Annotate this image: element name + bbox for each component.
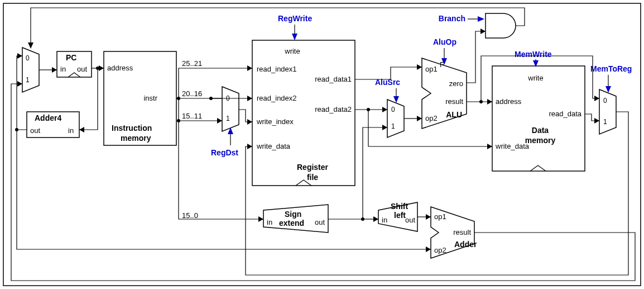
regdst-label: RegDst xyxy=(211,148,238,157)
svg-point-110 xyxy=(479,100,483,103)
svg-text:read_data1: read_data1 xyxy=(315,75,352,83)
svg-text:MemToReg: MemToReg xyxy=(590,64,632,73)
svg-text:op2: op2 xyxy=(434,246,446,254)
svg-point-86 xyxy=(96,67,99,70)
svg-text:read_data: read_data xyxy=(549,110,581,118)
svg-text:in: in xyxy=(267,218,272,226)
svg-text:Register: Register xyxy=(297,163,329,172)
data-memory: write address read_data write_data Data … xyxy=(492,66,585,171)
pc-register: PC in out xyxy=(57,51,92,77)
svg-text:in: in xyxy=(60,65,66,73)
svg-text:op2: op2 xyxy=(425,114,438,122)
bits-imm: 15..0 xyxy=(182,211,198,220)
svg-text:memory: memory xyxy=(525,136,556,145)
svg-text:write: write xyxy=(527,74,543,82)
svg-text:MemWrite: MemWrite xyxy=(515,50,552,59)
svg-text:read_index2: read_index2 xyxy=(257,94,297,102)
svg-text:read_data2: read_data2 xyxy=(315,105,352,113)
adder4-block: Adder4 out in xyxy=(27,112,79,138)
bits-rd: 15..11 xyxy=(182,112,202,120)
svg-point-101 xyxy=(367,108,370,111)
svg-text:ALU: ALU xyxy=(446,110,462,119)
svg-text:Data: Data xyxy=(532,126,549,135)
svg-text:PC: PC xyxy=(66,53,76,62)
bits-rs: 25..21 xyxy=(182,59,202,68)
svg-point-105 xyxy=(361,217,364,221)
bits-rt: 20..16 xyxy=(182,89,202,98)
svg-text:in: in xyxy=(382,216,387,224)
svg-marker-34 xyxy=(387,100,404,138)
svg-text:Shift: Shift xyxy=(391,202,408,211)
svg-text:RegWrite: RegWrite xyxy=(278,14,312,23)
svg-text:zero: zero xyxy=(449,79,463,88)
svg-text:left: left xyxy=(394,211,406,220)
svg-text:address: address xyxy=(496,97,522,106)
svg-text:Branch: Branch xyxy=(439,14,465,23)
svg-text:0: 0 xyxy=(26,54,30,62)
svg-point-93 xyxy=(209,97,213,100)
svg-text:out: out xyxy=(315,218,325,226)
svg-marker-0 xyxy=(22,48,39,92)
svg-text:in: in xyxy=(68,126,74,135)
svg-text:write_data: write_data xyxy=(495,142,530,150)
svg-point-96 xyxy=(177,119,180,122)
svg-text:Instruction: Instruction xyxy=(112,124,152,132)
svg-text:address: address xyxy=(107,64,133,72)
svg-text:0: 0 xyxy=(603,97,607,105)
svg-text:result: result xyxy=(445,97,463,106)
svg-text:write: write xyxy=(284,47,300,55)
svg-text:1: 1 xyxy=(226,115,230,122)
instruction-memory: address instr Instruction memory xyxy=(104,51,176,145)
svg-point-89 xyxy=(15,128,18,131)
svg-marker-63 xyxy=(599,89,616,134)
svg-text:write_data: write_data xyxy=(256,142,291,150)
svg-text:out: out xyxy=(77,65,87,73)
svg-text:write_index: write_index xyxy=(256,117,294,126)
register-file: write read_index1 read_index2 write_inde… xyxy=(252,40,355,186)
svg-text:op1: op1 xyxy=(425,65,438,73)
svg-text:extend: extend xyxy=(279,219,304,228)
svg-text:out: out xyxy=(405,216,415,224)
svg-text:memory: memory xyxy=(121,134,151,143)
svg-text:1: 1 xyxy=(603,118,607,126)
svg-text:read_index1: read_index1 xyxy=(257,65,297,73)
svg-text:result: result xyxy=(453,228,471,236)
svg-text:Sign: Sign xyxy=(285,210,301,219)
svg-text:Adder4: Adder4 xyxy=(35,113,61,122)
svg-text:1: 1 xyxy=(26,76,30,84)
svg-text:out: out xyxy=(30,126,40,135)
datapath-diagram: 0 1 PC in out Adder4 out in address inst… xyxy=(0,0,644,289)
svg-text:0: 0 xyxy=(391,106,395,113)
svg-text:Adder: Adder xyxy=(454,240,477,249)
svg-text:instr: instr xyxy=(143,94,157,102)
svg-point-95 xyxy=(177,97,180,100)
svg-text:file: file xyxy=(307,173,318,182)
svg-text:1: 1 xyxy=(391,122,395,130)
pc-source-mux: 0 1 xyxy=(22,48,39,92)
svg-text:op1: op1 xyxy=(434,212,446,221)
svg-text:AluOp: AluOp xyxy=(433,37,456,46)
svg-marker-16 xyxy=(222,87,239,131)
